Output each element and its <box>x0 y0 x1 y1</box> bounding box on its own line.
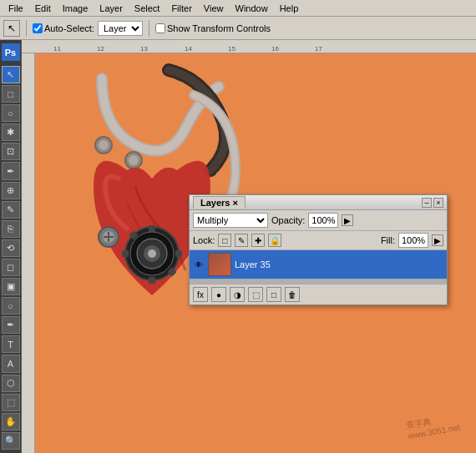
fill-label: Fill: <box>381 235 395 245</box>
tool-history[interactable]: ⟲ <box>2 239 20 257</box>
layer-thumbnail <box>208 253 231 276</box>
layers-tab[interactable]: Layers × <box>193 196 246 209</box>
tool-magic-wand[interactable]: ✱ <box>2 123 20 141</box>
menu-filter[interactable]: Filter <box>166 3 196 14</box>
ruler-mark-17: 17 <box>315 45 322 53</box>
layer-mask-btn[interactable]: ● <box>211 287 226 302</box>
layer-visibility-eye[interactable]: 👁 <box>193 259 205 270</box>
panel-minimize-btn[interactable]: – <box>422 198 432 208</box>
ruler-mark-13: 13 <box>140 45 148 53</box>
watermark: 查字典 www.3051.net <box>405 411 460 441</box>
menu-help[interactable]: Help <box>275 3 304 14</box>
menu-image[interactable]: Image <box>58 3 94 14</box>
tool-dodge[interactable]: ○ <box>2 297 20 315</box>
layer-style-btn[interactable]: fx <box>193 287 208 302</box>
tool-hand[interactable]: ✋ <box>2 413 20 430</box>
fill-input[interactable] <box>398 233 428 248</box>
lock-label: Lock: <box>193 235 215 245</box>
layers-panel-titlebar: Layers × – × <box>190 195 447 210</box>
tool-clone[interactable]: ⎘ <box>2 220 20 238</box>
ruler-mark-11: 11 <box>53 45 61 53</box>
tool-path[interactable]: A <box>2 355 20 372</box>
new-layer-btn[interactable]: □ <box>266 287 281 302</box>
opacity-input[interactable] <box>308 213 338 228</box>
tool-gradient[interactable]: ▣ <box>2 278 20 295</box>
auto-select-label: Auto-Select: <box>33 23 94 33</box>
tool-move[interactable]: ↖ <box>2 66 20 83</box>
show-transform-checkbox[interactable] <box>155 23 165 33</box>
adjustment-layer-btn[interactable]: ◑ <box>230 287 245 302</box>
svg-rect-10 <box>149 277 155 284</box>
lock-pixels-btn[interactable]: ✎ <box>235 234 248 247</box>
menu-layer[interactable]: Layer <box>94 3 128 14</box>
ps-logo: Ps <box>2 43 20 61</box>
svg-rect-11 <box>122 250 129 257</box>
opacity-label: Opacity: <box>271 215 305 225</box>
main-area: Ps ↖ □ ○ ✱ ⊡ ✒ ⊕ ✎ ⎘ ⟲ ◻ ▣ ○ ✒ T A ⬡ ⬚ ✋… <box>0 40 476 453</box>
opacity-arrow-btn[interactable]: ▶ <box>342 214 353 226</box>
svg-point-8 <box>148 249 156 258</box>
layer-thumb-content <box>209 254 230 275</box>
layer-name: Layer 35 <box>235 259 443 269</box>
menu-file[interactable]: File <box>3 3 28 14</box>
tool-crop[interactable]: ⊡ <box>2 143 20 160</box>
lock-position-btn[interactable]: ✚ <box>251 234 265 247</box>
show-transform-label: Show Transform Controls <box>155 23 271 33</box>
svg-rect-9 <box>149 225 155 232</box>
svg-point-3 <box>129 155 139 165</box>
toolbar-sep2 <box>149 20 149 37</box>
layers-lock-row: Lock: □ ✎ ✚ 🔒 Fill: ▶ <box>190 231 447 250</box>
blend-mode-select[interactable]: Multiply <box>193 213 268 228</box>
ruler-mark-15: 15 <box>228 45 235 53</box>
delete-layer-btn[interactable]: 🗑 <box>285 287 300 302</box>
panel-close-buttons: – × <box>422 198 443 208</box>
menu-window[interactable]: Window <box>230 3 273 14</box>
menu-view[interactable]: View <box>199 3 229 14</box>
tool-text[interactable]: T <box>2 335 20 353</box>
panel-close-btn[interactable]: × <box>433 198 443 208</box>
svg-point-1 <box>99 140 109 150</box>
layers-controls: Multiply Opacity: ▶ <box>190 210 447 231</box>
tool-eyedropper[interactable]: ✒ <box>2 162 20 179</box>
ruler-mark-14: 14 <box>185 45 192 53</box>
lock-transparent-btn[interactable]: □ <box>218 234 231 247</box>
menu-edit[interactable]: Edit <box>30 3 56 14</box>
tool-shape[interactable]: ⬡ <box>2 375 20 392</box>
toolbox: Ps ↖ □ ○ ✱ ⊡ ✒ ⊕ ✎ ⎘ ⟲ ◻ ▣ ○ ✒ T A ⬡ ⬚ ✋… <box>0 40 22 453</box>
lock-all-btn[interactable]: 🔒 <box>268 234 281 247</box>
toolbar-separator <box>26 20 27 37</box>
tool-brush[interactable]: ✎ <box>2 201 20 219</box>
fill-arrow-btn[interactable]: ▶ <box>432 234 443 246</box>
move-tool-icon[interactable]: ↖ <box>3 20 20 37</box>
tool-pen[interactable]: ✒ <box>2 316 20 334</box>
tool-zoom[interactable]: 🔍 <box>2 432 20 450</box>
toolbar: ↖ Auto-Select: Layer Show Transform Cont… <box>0 17 476 40</box>
ruler-top: 11 12 13 14 15 16 17 <box>22 40 476 53</box>
group-layer-btn[interactable]: ⬚ <box>248 287 263 302</box>
menu-bar: File Edit Image Layer Select Filter View… <box>0 0 476 17</box>
tool-3d[interactable]: ⬚ <box>2 394 20 411</box>
tool-eraser[interactable]: ◻ <box>2 259 20 276</box>
layer-dropdown[interactable]: Layer <box>98 21 143 36</box>
panel-title-tabs: Layers × <box>193 196 246 209</box>
tool-lasso[interactable]: ○ <box>2 104 20 122</box>
tool-heal[interactable]: ⊕ <box>2 182 20 199</box>
ruler-mark-12: 12 <box>97 45 104 53</box>
table-row[interactable]: 👁 Layer 35 <box>190 250 447 279</box>
ruler-mark-16: 16 <box>271 45 279 53</box>
layers-panel-bottom: fx ● ◑ ⬚ □ 🗑 <box>190 284 447 305</box>
layers-panel: Layers × – × Multiply Opacity: ▶ <box>189 194 448 305</box>
canvas-area[interactable]: 11 12 13 14 15 16 17 <box>22 40 476 453</box>
auto-select-checkbox[interactable] <box>33 23 43 33</box>
tool-marquee[interactable]: □ <box>2 85 20 103</box>
svg-rect-12 <box>175 250 182 257</box>
layer-list: 👁 Layer 35 <box>190 250 447 284</box>
ruler-left <box>22 53 35 453</box>
menu-select[interactable]: Select <box>129 3 165 14</box>
